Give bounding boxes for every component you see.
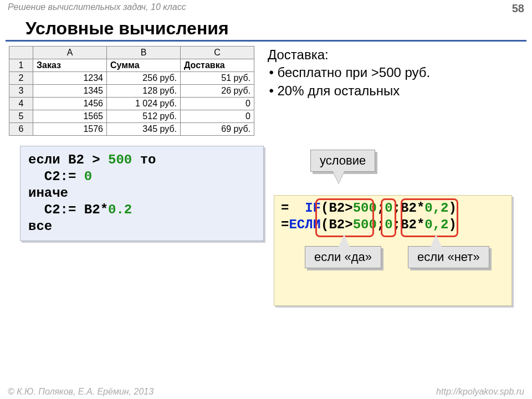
table-cell: 1576 [33, 123, 107, 136]
page-title: Условные вычисления [6, 15, 526, 42]
copyright: © К.Ю. Поляков, Е.А. Ерёмин, 2013 [8, 387, 154, 397]
row-header: 2 [9, 72, 33, 85]
pseudocode-box: если B2 > 500 то C2:= 0 иначе C2:= B2*0.… [20, 146, 264, 241]
table-cell: 1234 [33, 72, 107, 85]
spreadsheet-table: A B C 1 Заказ Сумма Доставка 2 1234 256 … [9, 46, 254, 136]
col-header-A: A [33, 47, 107, 59]
pseudo-line: C2:= B2*0.2 [28, 202, 255, 218]
pseudo-line: C2:= 0 [28, 168, 255, 185]
col-header-C: C [181, 47, 254, 59]
row-header: 3 [9, 85, 33, 98]
table-cell: 69 руб. [181, 123, 254, 136]
row-header: 6 [9, 123, 33, 136]
table-cell: 1 024 руб. [107, 98, 181, 110]
pseudo-line: иначе [28, 185, 255, 202]
table-cell: 1345 [33, 85, 107, 98]
col-header-B: B [107, 47, 181, 59]
table-cell: 0 [181, 98, 254, 110]
subject-label: Решение вычислительных задач, 10 класс [8, 2, 186, 15]
row-header: 4 [9, 98, 33, 110]
table-cell: 0 [181, 110, 254, 123]
table-cell: 345 руб. [107, 123, 181, 136]
callout-label: если «нет» [417, 250, 480, 264]
table-cell: 512 руб. [107, 110, 181, 123]
table-cell: 128 руб. [107, 85, 181, 98]
delivery-other: 20% для остальных [268, 82, 430, 100]
corner-cell [9, 47, 33, 59]
pseudo-line: если B2 > 500 то [28, 152, 255, 168]
row-header: 1 [9, 59, 33, 72]
cell-A1: Заказ [33, 59, 107, 72]
page-number: 58 [512, 2, 524, 15]
pseudo-line: все [28, 218, 255, 235]
table-cell: 1456 [33, 98, 107, 110]
cell-B1: Сумма [107, 59, 181, 72]
callout-label: условие [320, 154, 366, 167]
table-cell: 256 руб. [107, 72, 181, 85]
row-header: 5 [9, 110, 33, 123]
slide-footer: © К.Ю. Поляков, Е.А. Ерёмин, 2013 http:/… [0, 387, 532, 397]
cell-C1: Доставка [181, 59, 254, 72]
delivery-title: Доставка: [268, 46, 430, 64]
callout-condition: условие [310, 150, 375, 172]
table-cell: 51 руб. [181, 72, 254, 85]
delivery-rules: Доставка: бесплатно при >500 руб. 20% дл… [268, 46, 430, 100]
slide-header: Решение вычислительных задач, 10 класс 5… [0, 0, 532, 15]
callout-no: если «нет» [408, 246, 489, 268]
callout-yes: если «да» [305, 246, 381, 268]
delivery-free: бесплатно при >500 руб. [268, 64, 430, 81]
table-cell: 1565 [33, 110, 107, 123]
footer-url: http://kpolyakov.spb.ru [436, 387, 524, 397]
table-cell: 26 руб. [181, 85, 254, 98]
callout-label: если «да» [314, 250, 372, 264]
